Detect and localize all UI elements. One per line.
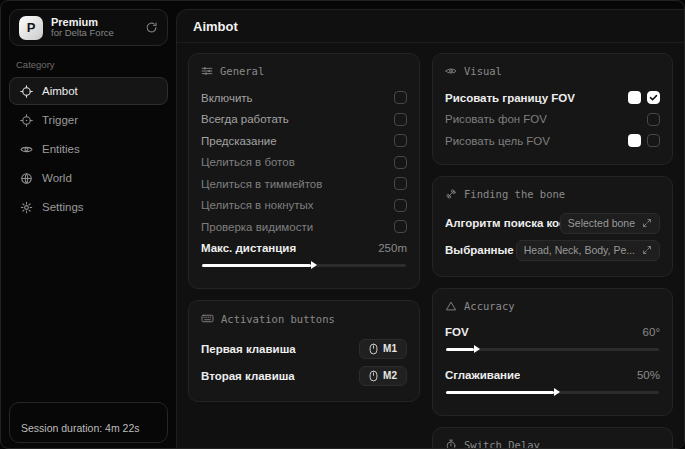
column-right: Visual Рисовать границу FOV Рисовать фон… xyxy=(432,53,673,438)
setting-row-selected-bones: Выбранные кости Head, Neck, Body, Pe... xyxy=(445,237,660,264)
setting-row-enable: Включить xyxy=(201,87,407,109)
card-title-text: Switch Delay xyxy=(464,439,540,449)
setting-row-always-work: Всегда работать xyxy=(201,109,407,131)
slider-fill xyxy=(446,348,474,351)
setting-row-second-key: Вторая клавиша M2 xyxy=(201,362,407,389)
card-title-text: General xyxy=(220,65,264,77)
keyboard-icon xyxy=(201,312,214,325)
setting-label: Всегда работать xyxy=(201,113,289,125)
refresh-button[interactable] xyxy=(145,21,158,34)
second-key-button[interactable]: M2 xyxy=(359,366,407,386)
setting-row-fov: FOV 60° xyxy=(445,322,660,344)
category-label: Category xyxy=(16,59,161,70)
fov-slider[interactable] xyxy=(445,344,660,355)
setting-label: Рисовать фон FOV xyxy=(445,113,547,125)
card-general-title: General xyxy=(201,65,407,77)
setting-label: Целиться в нокнутых xyxy=(201,199,314,211)
setting-label: Макс. дистанция xyxy=(201,242,296,254)
setting-label: Предсказание xyxy=(201,135,277,147)
enable-checkbox[interactable] xyxy=(394,91,407,104)
card-activation-title: Activation buttons xyxy=(201,312,407,325)
setting-label: FOV xyxy=(445,326,469,338)
card-accuracy: Accuracy FOV 60° Сглаживание 50% xyxy=(432,288,673,416)
first-key-button[interactable]: M1 xyxy=(359,339,407,359)
card-visual-title: Visual xyxy=(445,65,660,77)
sidebar-item-world[interactable]: World xyxy=(9,164,168,192)
setting-row-smoothing: Сглаживание 50% xyxy=(445,364,660,386)
max-distance-slider[interactable] xyxy=(201,260,407,271)
bone-algorithm-dropdown[interactable]: Selected bone xyxy=(560,213,660,234)
selected-bones-dropdown[interactable]: Head, Neck, Body, Pe... xyxy=(516,240,660,261)
sidebar-item-label: World xyxy=(42,172,72,184)
draw-fov-border-checkbox[interactable] xyxy=(647,91,660,104)
setting-row-visibility-check: Проверка видимости xyxy=(201,216,407,238)
prediction-checkbox[interactable] xyxy=(394,134,407,147)
card-accuracy-title: Accuracy xyxy=(445,300,660,312)
setting-row-target-teammates: Целиться в тиммейтов xyxy=(201,173,407,195)
setting-row-prediction: Предсказание xyxy=(201,130,407,152)
setting-row-first-key: Первая клавиша M1 xyxy=(201,335,407,362)
eye-icon xyxy=(20,143,33,156)
trigger-icon xyxy=(20,114,33,127)
setting-label: Включить xyxy=(201,92,253,104)
mouse-icon xyxy=(369,343,378,355)
eye-icon xyxy=(445,65,457,77)
visibility-check-checkbox[interactable] xyxy=(394,220,407,233)
slider-fill xyxy=(202,264,311,267)
brand-card: P Premium for Delta Force xyxy=(9,9,168,46)
sidebar-item-aimbot[interactable]: Aimbot xyxy=(9,77,168,105)
setting-row-target-bots: Целиться в ботов xyxy=(201,152,407,174)
key-label: M1 xyxy=(383,343,397,354)
crosshair-icon xyxy=(20,85,33,98)
card-bone-title: Finding the bone xyxy=(445,188,660,200)
setting-label: Рисовать границу FOV xyxy=(445,92,575,104)
target-knocked-checkbox[interactable] xyxy=(394,199,407,212)
brand-subtitle: for Delta Force xyxy=(51,28,114,39)
page-header: Aimbot xyxy=(177,10,684,43)
fov-target-color-swatch[interactable] xyxy=(628,134,641,147)
triangle-icon xyxy=(445,300,457,312)
sidebar-item-label: Settings xyxy=(42,201,84,213)
slider-fill xyxy=(446,391,554,394)
fov-border-color-swatch[interactable] xyxy=(628,91,641,104)
setting-label: Целиться в тиммейтов xyxy=(201,178,322,190)
refresh-icon xyxy=(145,21,158,34)
timer-icon xyxy=(445,439,457,449)
setting-label: Вторая клавиша xyxy=(201,370,295,382)
setting-label: Первая клавиша xyxy=(201,343,296,355)
app-window: P Premium for Delta Force Category Aim xyxy=(0,0,685,449)
sidebar-item-settings[interactable]: Settings xyxy=(9,193,168,221)
session-duration-text: Session duration: 4m 22s xyxy=(21,422,139,434)
card-visual: Visual Рисовать границу FOV Рисовать фон… xyxy=(432,53,673,165)
draw-fov-background-checkbox[interactable] xyxy=(647,113,660,126)
column-left: General Включить Всегда работать Предска… xyxy=(188,53,420,438)
page-title: Aimbot xyxy=(193,19,238,34)
setting-row-max-distance: Макс. дистанция 250m xyxy=(201,238,407,260)
setting-row-draw-fov-target: Рисовать цель FOV xyxy=(445,130,660,152)
card-finding-bone: Finding the bone Алгоритм поиска костей … xyxy=(432,176,673,277)
target-bots-checkbox[interactable] xyxy=(394,156,407,169)
always-work-checkbox[interactable] xyxy=(394,113,407,126)
setting-label: Сглаживание xyxy=(445,369,520,381)
setting-row-bone-algorithm: Алгоритм поиска костей Selected bone xyxy=(445,210,660,237)
setting-row-draw-fov-border: Рисовать границу FOV xyxy=(445,87,660,109)
card-switch-delay: Switch Delay Задержка переключения Задер… xyxy=(432,427,673,449)
sidebar-item-trigger[interactable]: Trigger xyxy=(9,106,168,134)
dropdown-value: Head, Neck, Body, Pe... xyxy=(524,244,635,256)
row-controls xyxy=(628,134,660,147)
main-panel: Aimbot G xyxy=(176,9,684,448)
smoothing-slider[interactable] xyxy=(445,387,660,398)
key-label: M2 xyxy=(383,370,397,381)
sidebar-item-entities[interactable]: Entities xyxy=(9,135,168,163)
brand-text: Premium for Delta Force xyxy=(51,16,114,40)
target-teammates-checkbox[interactable] xyxy=(394,177,407,190)
fov-value: 60° xyxy=(643,326,660,338)
content: General Включить Всегда работать Предска… xyxy=(177,43,684,448)
card-activation-buttons: Activation buttons Первая клавиша M1 xyxy=(188,300,420,402)
expand-icon xyxy=(642,245,652,255)
session-duration-box: Session duration: 4m 22s xyxy=(9,402,168,443)
setting-label: Алгоритм поиска костей xyxy=(445,217,560,229)
card-title-text: Visual xyxy=(464,65,502,77)
draw-fov-target-checkbox[interactable] xyxy=(647,134,660,147)
card-title-text: Finding the bone xyxy=(464,188,565,200)
